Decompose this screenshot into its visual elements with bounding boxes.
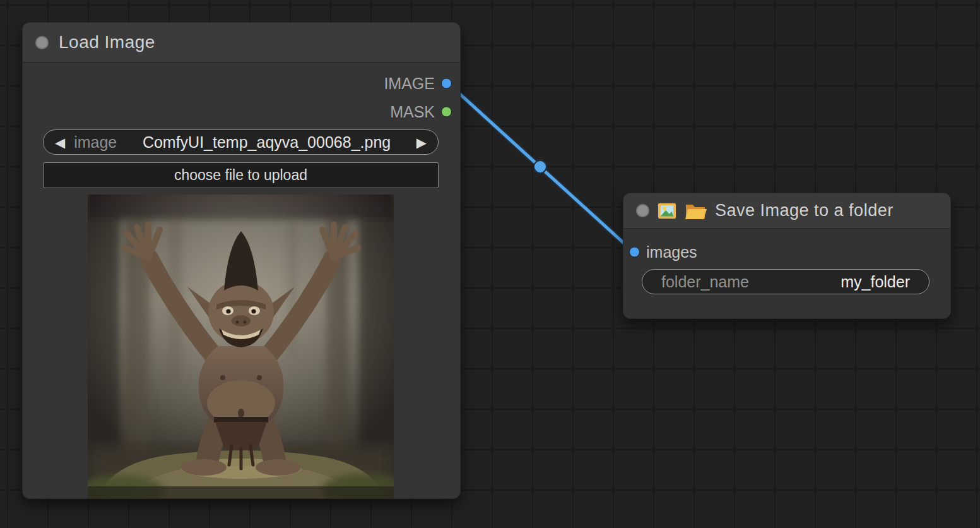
input-label-images: images [646, 243, 697, 261]
link-midpoint-dot[interactable] [534, 160, 546, 173]
output-label-mask: MASK [390, 103, 435, 121]
folder-name-value: my_folder [841, 273, 910, 291]
image-preview [88, 195, 394, 499]
node-load-image[interactable]: Load Image IMAGE MASK ◀ image ComfyUI_te… [22, 22, 461, 499]
choose-file-button[interactable]: choose file to upload [43, 162, 439, 188]
output-dot-image[interactable] [441, 78, 452, 89]
prev-image-arrow-icon[interactable]: ◀ [55, 136, 65, 149]
next-image-arrow-icon[interactable]: ▶ [416, 136, 427, 149]
output-slot-mask[interactable]: MASK [390, 103, 452, 121]
collapse-toggle-icon[interactable] [636, 204, 649, 217]
troll-forest-image [88, 195, 394, 499]
node-save-image-to-folder[interactable]: Save Image to a folder images folder_nam… [623, 193, 951, 319]
folder-name-label: folder_name [661, 273, 749, 291]
output-dot-mask[interactable] [441, 107, 452, 117]
node-title: Save Image to a folder [715, 201, 894, 220]
output-slot-image[interactable]: IMAGE [384, 75, 452, 93]
collapse-toggle-icon[interactable] [35, 36, 49, 49]
picture-icon [657, 201, 677, 220]
node-title: Load Image [59, 32, 155, 52]
image-combo-value: ComfyUI_temp_aqyva_00068_.png [117, 133, 416, 152]
load-image-title-bar[interactable]: Load Image [23, 23, 460, 63]
image-combo-label: image [74, 133, 117, 152]
folder-name-widget[interactable]: folder_name my_folder [642, 269, 930, 294]
image-combo-widget[interactable]: ◀ image ComfyUI_temp_aqyva_00068_.png ▶ [43, 129, 439, 155]
save-node-title-bar[interactable]: Save Image to a folder [623, 193, 950, 229]
node-graph-canvas[interactable]: Load Image IMAGE MASK ◀ image ComfyUI_te… [0, 0, 980, 528]
open-folder-icon [685, 201, 707, 220]
output-label-image: IMAGE [384, 75, 435, 93]
input-dot-images[interactable] [629, 247, 640, 258]
input-slot-images[interactable]: images [629, 243, 697, 261]
